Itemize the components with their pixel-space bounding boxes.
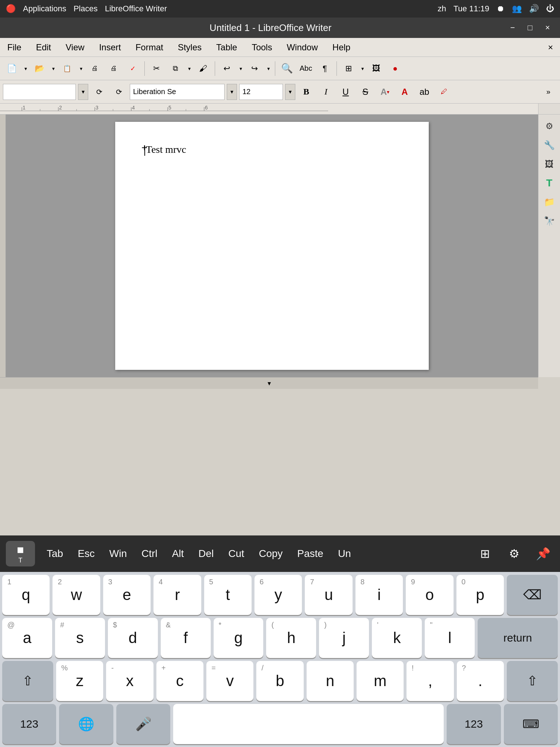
sidebar-functions[interactable]: 📁 bbox=[541, 193, 558, 211]
menu-table[interactable]: Table bbox=[209, 38, 244, 57]
key-u[interactable]: 7u bbox=[305, 575, 352, 615]
menu-styles[interactable]: Styles bbox=[171, 38, 209, 57]
undo-arrow[interactable]: ▾ bbox=[237, 60, 244, 77]
users-icon[interactable]: 👥 bbox=[512, 4, 522, 13]
char-format-button[interactable]: 🖊 bbox=[435, 84, 453, 100]
key-e[interactable]: 3e bbox=[103, 575, 151, 615]
key-g[interactable]: *g bbox=[214, 618, 264, 658]
key-language[interactable]: 🌐 bbox=[59, 704, 113, 744]
kb-settings-icon[interactable]: ⚙ bbox=[503, 543, 525, 565]
menubar-close[interactable]: × bbox=[541, 38, 560, 57]
key-microphone[interactable]: 🎤 bbox=[116, 704, 170, 744]
menu-help[interactable]: Help bbox=[325, 38, 358, 57]
menu-file[interactable]: File bbox=[0, 38, 29, 57]
lang-indicator[interactable]: zh bbox=[438, 4, 446, 13]
spellcheck2-button[interactable]: Abc bbox=[297, 60, 315, 77]
size-select-arrow[interactable]: ▾ bbox=[285, 84, 295, 100]
key-b[interactable]: /b bbox=[256, 661, 303, 701]
new-button[interactable]: 📄 bbox=[3, 60, 20, 77]
key-q[interactable]: 1q bbox=[2, 575, 50, 615]
menu-insert[interactable]: Insert bbox=[92, 38, 128, 57]
kb-tab-key[interactable]: Tab bbox=[39, 541, 70, 566]
open-arrow[interactable]: ▾ bbox=[50, 60, 57, 77]
style-refresh[interactable]: ⟳ bbox=[90, 84, 108, 100]
menu-view[interactable]: View bbox=[58, 38, 92, 57]
kb-copy-key[interactable]: Copy bbox=[252, 541, 290, 566]
kb-alt-key[interactable]: Alt bbox=[165, 541, 191, 566]
cut-button[interactable]: ✂ bbox=[148, 60, 165, 77]
kb-layout-icon[interactable]: ⊞ bbox=[474, 543, 496, 565]
libreoffice-menu[interactable]: LibreOffice Writer bbox=[105, 4, 167, 13]
shadow-button[interactable]: A ▾ bbox=[376, 84, 394, 100]
print-button[interactable]: 🖨 bbox=[105, 60, 122, 77]
strikethrough-button[interactable]: S bbox=[357, 84, 374, 100]
key-y[interactable]: 6y bbox=[254, 575, 302, 615]
style-update[interactable]: ⟳ bbox=[110, 84, 128, 100]
key-shift-right[interactable]: ⇧ bbox=[507, 661, 558, 701]
kb-pin-icon[interactable]: 📌 bbox=[532, 543, 554, 565]
key-z[interactable]: %z bbox=[56, 661, 103, 701]
underline-button[interactable]: U bbox=[337, 84, 354, 100]
menu-window[interactable]: Window bbox=[279, 38, 325, 57]
sidebar-more[interactable]: 🔭 bbox=[541, 212, 558, 230]
bold-button[interactable]: B bbox=[298, 84, 315, 100]
kb-ctrl-key[interactable]: Ctrl bbox=[134, 541, 165, 566]
insert-chart-button[interactable]: ● bbox=[386, 60, 404, 77]
redo-button[interactable]: ↪ bbox=[246, 60, 263, 77]
key-shift-left[interactable]: ⇧ bbox=[2, 661, 53, 701]
key-t[interactable]: 5t bbox=[204, 575, 252, 615]
menu-tools[interactable]: Tools bbox=[244, 38, 279, 57]
style-select-arrow[interactable]: ▾ bbox=[78, 84, 88, 100]
kb-esc-key[interactable]: Esc bbox=[70, 541, 102, 566]
redo-arrow[interactable]: ▾ bbox=[265, 60, 272, 77]
key-backspace[interactable]: ⌫ bbox=[507, 575, 558, 615]
document-page[interactable]: + Test mrvc bbox=[115, 122, 429, 370]
close-button[interactable]: × bbox=[541, 21, 554, 34]
key-period[interactable]: ?. bbox=[457, 661, 504, 701]
key-d[interactable]: $d bbox=[108, 618, 158, 658]
key-j[interactable]: )j bbox=[319, 618, 369, 658]
print-preview-button[interactable]: 🖨 bbox=[86, 60, 104, 77]
key-comma[interactable]: !, bbox=[407, 661, 454, 701]
table-arrow[interactable]: ▾ bbox=[359, 60, 366, 77]
key-a[interactable]: @a bbox=[2, 618, 52, 658]
copy-button[interactable]: ⧉ bbox=[167, 60, 184, 77]
find-button[interactable]: 🔍 bbox=[278, 60, 296, 77]
key-m[interactable]: m bbox=[357, 661, 404, 701]
key-h[interactable]: (h bbox=[266, 618, 316, 658]
key-numbers-right[interactable]: 123 bbox=[447, 704, 501, 744]
maximize-button[interactable]: □ bbox=[524, 21, 537, 34]
key-o[interactable]: 9o bbox=[406, 575, 453, 615]
sidebar-gallery[interactable]: 🖼 bbox=[541, 155, 558, 173]
italic-button[interactable]: I bbox=[317, 84, 335, 100]
export-arrow[interactable]: ▾ bbox=[77, 60, 85, 77]
sidebar-navigator[interactable]: T bbox=[541, 174, 558, 192]
font-name-select[interactable]: Liberation Se bbox=[130, 84, 225, 100]
key-i[interactable]: 8i bbox=[355, 575, 403, 615]
menu-format[interactable]: Format bbox=[128, 38, 171, 57]
paste-arrow[interactable]: ▾ bbox=[186, 60, 193, 77]
kb-win-key[interactable]: Win bbox=[102, 541, 134, 566]
minimize-button[interactable]: − bbox=[506, 21, 519, 34]
kb-cut-key[interactable]: Cut bbox=[221, 541, 252, 566]
key-l[interactable]: "l bbox=[425, 618, 475, 658]
key-k[interactable]: 'k bbox=[372, 618, 422, 658]
key-x[interactable]: -x bbox=[106, 661, 153, 701]
volume-icon[interactable]: 🔊 bbox=[529, 4, 539, 13]
power-icon[interactable]: ⏻ bbox=[546, 4, 554, 13]
insert-image-button[interactable]: 🖼 bbox=[368, 60, 385, 77]
undo-button[interactable]: ↩ bbox=[218, 60, 236, 77]
kb-paste-key[interactable]: Paste bbox=[290, 541, 331, 566]
insert-table-button[interactable]: ⊞ bbox=[340, 60, 357, 77]
key-w[interactable]: 2w bbox=[52, 575, 100, 615]
sidebar-styles[interactable]: 🔧 bbox=[541, 136, 558, 154]
keyboard-mode-toggle[interactable]: ■ T bbox=[6, 541, 35, 566]
key-keyboard[interactable]: ⌨ bbox=[504, 704, 558, 744]
key-r[interactable]: 4r bbox=[153, 575, 201, 615]
document-text[interactable]: Test mrvc bbox=[144, 144, 186, 156]
new-arrow[interactable]: ▾ bbox=[22, 60, 29, 77]
font-select-arrow[interactable]: ▾ bbox=[227, 84, 237, 100]
document-canvas[interactable]: + Test mrvc bbox=[6, 115, 538, 377]
font-size-select[interactable]: 12 bbox=[239, 84, 283, 100]
menu-edit[interactable]: Edit bbox=[29, 38, 58, 57]
